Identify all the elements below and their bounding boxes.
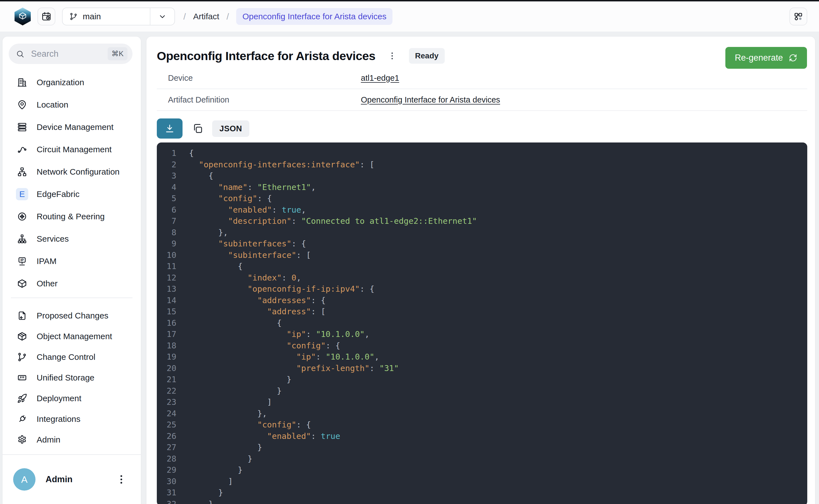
sidebar-item-label: EdgeFabric bbox=[37, 189, 79, 199]
code-lines: 1{2 "openconfig-interfaces:interface": [… bbox=[157, 148, 807, 504]
line-number: 15 bbox=[157, 306, 176, 317]
avatar[interactable]: A bbox=[13, 468, 35, 491]
code-line: 10 "subinterface": [ bbox=[157, 249, 807, 261]
code-line: 28 } bbox=[157, 453, 807, 465]
table-row: Artifact Definition Openconfig Interface… bbox=[157, 89, 807, 111]
code-line: 7 "description": "Connected to atl1-edge… bbox=[157, 215, 807, 227]
line-number: 27 bbox=[157, 442, 176, 453]
artifact-definition-link[interactable]: Openconfig Interface for Arista devices bbox=[361, 95, 500, 104]
sidebar-item-label: Proposed Changes bbox=[37, 311, 108, 320]
branch-selector-caret[interactable] bbox=[150, 8, 174, 25]
line-number: 14 bbox=[157, 295, 176, 306]
app-logo[interactable] bbox=[15, 8, 31, 25]
sidebar-nav: OrganizationLocationDevice ManagementCir… bbox=[3, 71, 141, 450]
artifact-actions: JSON bbox=[157, 118, 807, 139]
pin-icon bbox=[16, 99, 28, 111]
code-line: 6 "enabled": true, bbox=[157, 204, 807, 216]
sidebar-item-change-control[interactable]: Change Control bbox=[3, 347, 141, 367]
device-link[interactable]: atl1-edge1 bbox=[361, 73, 399, 83]
line-number: 22 bbox=[157, 385, 176, 397]
code-line: 5 "config": { bbox=[157, 193, 807, 204]
line-number: 28 bbox=[157, 453, 176, 465]
svg-text:IP: IP bbox=[20, 258, 23, 262]
branch-selector[interactable]: main bbox=[62, 8, 175, 25]
line-number: 7 bbox=[157, 215, 176, 227]
line-number: 25 bbox=[157, 419, 176, 431]
branch-name: main bbox=[83, 12, 101, 21]
sidebar-item-object-management[interactable]: Object Management bbox=[3, 326, 141, 347]
code-line: 9 "subinterfaces": { bbox=[157, 238, 807, 249]
code-line: 27 } bbox=[157, 442, 807, 453]
line-number: 16 bbox=[157, 317, 176, 329]
line-number: 17 bbox=[157, 329, 176, 340]
code-line: 26 "enabled": true bbox=[157, 431, 807, 442]
calendar-button[interactable] bbox=[37, 8, 55, 25]
sidebar-item-device-management[interactable]: Device Management bbox=[3, 116, 141, 138]
details-table: Device atl1-edge1 Artifact Definition Op… bbox=[157, 67, 807, 111]
code-viewer[interactable]: 1{2 "openconfig-interfaces:interface": [… bbox=[157, 142, 807, 504]
calendar-clock-icon bbox=[41, 11, 51, 22]
sidebar-item-label: Admin bbox=[37, 435, 60, 444]
line-number: 24 bbox=[157, 408, 176, 419]
search-placeholder: Search bbox=[31, 49, 108, 59]
regenerate-button[interactable]: Re-generate bbox=[725, 47, 807, 69]
line-number: 19 bbox=[157, 351, 176, 363]
search-shortcut: ⌘K bbox=[108, 47, 127, 60]
line-number: 9 bbox=[157, 238, 176, 249]
line-number: 2 bbox=[157, 159, 176, 170]
sidebar-item-deployment[interactable]: Deployment bbox=[3, 388, 141, 409]
line-number: 12 bbox=[157, 272, 176, 284]
sidebar-item-services[interactable]: Services bbox=[3, 228, 141, 250]
line-number: 1 bbox=[157, 148, 176, 159]
sidebar-item-circuit-management[interactable]: Circuit Management bbox=[3, 138, 141, 161]
sidebar-item-edgefabric[interactable]: EEdgeFabric bbox=[3, 183, 141, 205]
code-line: 24 }, bbox=[157, 408, 807, 419]
line-number: 13 bbox=[157, 283, 176, 295]
kebab-icon bbox=[115, 473, 127, 486]
sitemap2-icon bbox=[16, 166, 28, 178]
detail-label-artifact-definition: Artifact Definition bbox=[157, 95, 361, 104]
code-line: 2 "openconfig-interfaces:interface": [ bbox=[157, 159, 807, 170]
sidebar-item-admin[interactable]: Admin bbox=[3, 429, 141, 450]
sidebar-item-other[interactable]: Other bbox=[3, 272, 141, 295]
sidebar-item-organization[interactable]: Organization bbox=[3, 71, 141, 94]
sidebar-item-label: Integrations bbox=[37, 414, 80, 424]
sidebar-item-label: Organization bbox=[37, 78, 84, 87]
code-line: 12 "index": 0, bbox=[157, 272, 807, 284]
search-icon bbox=[16, 50, 24, 58]
code-line: 23 ] bbox=[157, 396, 807, 408]
cube-icon bbox=[16, 277, 28, 290]
breadcrumb-item-current[interactable]: Openconfig Interface for Arista devices bbox=[236, 8, 392, 25]
line-number: 31 bbox=[157, 487, 176, 498]
breadcrumb-item-artifact[interactable]: Artifact bbox=[193, 12, 219, 21]
line-number: 26 bbox=[157, 431, 176, 442]
edgefabric-icon: E bbox=[16, 188, 28, 200]
code-line: 11 { bbox=[157, 261, 807, 272]
sidebar-item-integrations[interactable]: Integrations bbox=[3, 409, 141, 429]
main-content: Openconfig Interface for Arista devices … bbox=[146, 36, 815, 504]
git-branch-icon bbox=[69, 12, 78, 21]
sidebar-item-proposed-changes[interactable]: Proposed Changes bbox=[3, 305, 141, 326]
code-line: 4 "name": "Ethernet1", bbox=[157, 182, 807, 193]
sidebar-item-ipam[interactable]: IPIPAM bbox=[3, 250, 141, 272]
sidebar-item-unified-storage[interactable]: Unified Storage bbox=[3, 367, 141, 388]
code-line: 8 }, bbox=[157, 227, 807, 238]
code-line: 3 { bbox=[157, 170, 807, 182]
sidebar-item-network-configuration[interactable]: Network Configuration bbox=[3, 161, 141, 183]
sidebar-item-label: Device Management bbox=[37, 122, 113, 132]
title-menu-button[interactable] bbox=[387, 51, 397, 61]
sidebar-item-label: Unified Storage bbox=[37, 373, 94, 382]
breadcrumb-separator: / bbox=[226, 11, 229, 22]
copy-button[interactable] bbox=[191, 122, 204, 135]
download-button[interactable] bbox=[157, 118, 182, 139]
sidebar-item-routing-peering[interactable]: Routing & Peering bbox=[3, 205, 141, 228]
sidebar-item-location[interactable]: Location bbox=[3, 94, 141, 116]
search-input[interactable]: Search ⌘K bbox=[9, 44, 132, 64]
line-number: 30 bbox=[157, 476, 176, 487]
workflow-button[interactable] bbox=[789, 8, 807, 25]
code-line: 15 "address": [ bbox=[157, 306, 807, 317]
user-menu-button[interactable] bbox=[115, 473, 127, 486]
code-line: 31 } bbox=[157, 487, 807, 498]
sitemap3-icon bbox=[16, 233, 28, 245]
code-line: 30 ] bbox=[157, 476, 807, 487]
